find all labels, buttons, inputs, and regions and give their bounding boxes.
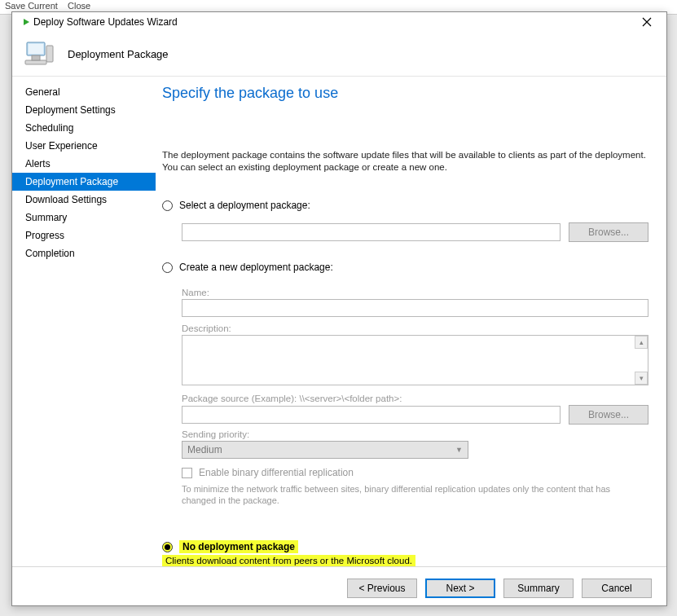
nav-item-completion[interactable]: Completion	[12, 244, 156, 262]
radio-no-package[interactable]	[162, 542, 173, 552]
wizard-nav: General Deployment Settings Scheduling U…	[12, 77, 156, 566]
scroll-up-icon[interactable]: ▴	[635, 336, 648, 349]
page-title: Specify the package to use	[162, 85, 648, 102]
diff-hint: To minimize the network traffic between …	[182, 483, 638, 506]
nav-item-progress[interactable]: Progress	[12, 227, 156, 244]
window-title: Deploy Software Updates Wizard	[33, 16, 631, 28]
page-intro: The deployment package contains the soft…	[162, 149, 648, 174]
nav-item-alerts[interactable]: Alerts	[12, 155, 156, 173]
browse-package-button[interactable]: Browse...	[569, 222, 648, 242]
wizard-page: Specify the package to use The deploymen…	[156, 77, 666, 566]
nav-item-deployment-package[interactable]: Deployment Package	[12, 173, 156, 191]
radio-select-package-label: Select a deployment package:	[179, 200, 310, 211]
svg-rect-1	[29, 44, 43, 54]
wizard-footer: < Previous Next > Summary Cancel	[12, 566, 666, 605]
header-step-name: Deployment Package	[68, 48, 169, 60]
radio-create-package-label: Create a new deployment package:	[179, 262, 333, 273]
radio-create-package[interactable]	[162, 262, 173, 273]
nav-item-summary[interactable]: Summary	[12, 209, 156, 227]
svg-rect-4	[32, 55, 40, 60]
enable-diff-label: Enable binary differential replication	[199, 467, 354, 478]
previous-button[interactable]: < Previous	[347, 579, 417, 598]
name-label: Name:	[182, 288, 648, 297]
priority-select[interactable]: Medium ▼	[182, 441, 468, 459]
pkgsrc-input[interactable]	[182, 406, 561, 424]
nav-item-user-experience[interactable]: User Experience	[12, 137, 156, 155]
description-textarea[interactable]: ▴ ▾	[182, 335, 648, 385]
nav-item-deployment-settings[interactable]: Deployment Settings	[12, 101, 156, 119]
nav-item-scheduling[interactable]: Scheduling	[12, 119, 156, 137]
select-package-input[interactable]	[182, 223, 561, 241]
radio-select-package[interactable]	[162, 200, 173, 211]
radio-no-package-label: No deployment package	[179, 540, 298, 553]
cancel-button[interactable]: Cancel	[582, 579, 652, 598]
priority-value: Medium	[187, 444, 222, 455]
header-band: Deployment Package	[12, 32, 666, 76]
svg-rect-2	[46, 46, 53, 62]
name-input[interactable]	[182, 299, 648, 317]
chevron-down-icon: ▼	[455, 446, 463, 454]
description-label: Description:	[182, 323, 648, 333]
textarea-scrollbar[interactable]: ▴ ▾	[635, 336, 648, 385]
pkgsrc-label: Package source (Example): \\<server>\<fo…	[182, 394, 648, 403]
summary-button[interactable]: Summary	[503, 579, 574, 598]
wizard-dialog: Deploy Software Updates Wizard Deploymen…	[11, 11, 667, 606]
svg-rect-3	[25, 60, 46, 64]
close-icon	[642, 17, 652, 27]
priority-label: Sending priority:	[182, 429, 648, 439]
next-button[interactable]: Next >	[425, 579, 495, 598]
no-package-description: Clients download content from peers or t…	[162, 555, 415, 566]
browse-source-button[interactable]: Browse...	[569, 405, 648, 425]
nav-item-general[interactable]: General	[12, 83, 156, 101]
computer-icon	[24, 37, 56, 70]
wizard-arrow-icon	[15, 15, 30, 29]
nav-item-download-settings[interactable]: Download Settings	[12, 191, 156, 209]
title-bar: Deploy Software Updates Wizard	[12, 12, 666, 32]
scroll-down-icon[interactable]: ▾	[635, 372, 648, 385]
enable-diff-checkbox[interactable]	[182, 468, 192, 478]
close-button[interactable]	[631, 12, 663, 32]
